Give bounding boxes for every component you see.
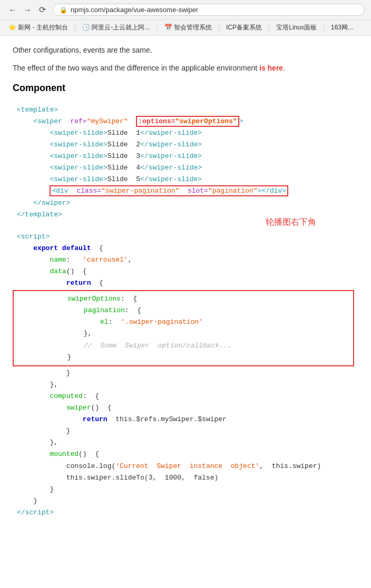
annotation-line1: 轮播图右下角 [266, 217, 316, 226]
option-line-1: swiperOptions: { [18, 293, 349, 305]
bookmark-6[interactable]: 163网... [327, 22, 357, 33]
section-title: Component [13, 83, 358, 94]
code-line-9: </swiper> [13, 197, 358, 209]
intro-text-1: Other configurations, events are the sam… [13, 44, 358, 56]
code-wrapper: <template> <swiper ref="mySwiper" :optio… [13, 100, 358, 523]
script-end: </script> [13, 507, 358, 519]
reload-button[interactable]: ⟳ [36, 4, 48, 16]
option-line-4: }, [18, 328, 349, 340]
script-line-4: data() { [13, 266, 358, 277]
code-line-6: <swiper-slide>Slide 4</swiper-slide> [13, 162, 358, 174]
back-button[interactable]: ← [6, 4, 19, 16]
script-line-swiper-fn: swiper() { [13, 402, 358, 414]
script-line-1: <script> [13, 231, 358, 243]
bookmark-5[interactable]: 宝塔Linux面板 [272, 22, 321, 33]
script-line-slideto: this.swiper.slideTo(3, 1000, false) [13, 472, 358, 484]
page-content: Other configurations, events are the sam… [0, 36, 371, 531]
option-line-2: pagination: { [18, 305, 349, 316]
code-line-7: <swiper-slide>Slide 5</swiper-slide> [13, 174, 358, 185]
code-line-4: <swiper-slide>Slide 2</swiper-slide> [13, 139, 358, 151]
url-text: npmjs.com/package/vue-awesome-swiper [71, 6, 198, 14]
code-line-8: <div class="swiper-pagination" slot="pag… [13, 185, 358, 197]
bookmark-4[interactable]: ICP备案系统 [222, 22, 266, 33]
script-line-2: export default { [13, 243, 358, 254]
intro2-after: . [283, 64, 285, 72]
script-line-console: console.log('Current Swiper instance obj… [13, 461, 358, 472]
option-line-5: // Some Swiper option/callback... [18, 340, 349, 352]
bookmarks-bar: ⭐ 新网 - 主机控制台 | 🕓 阿里云-上云就上阿... | 📅 智会管理系统… [0, 20, 371, 36]
intro-text-2: The effect of the two ways and the diffe… [13, 62, 358, 74]
script-line-computed: computed: { [13, 391, 358, 402]
browser-toolbar: ← → ⟳ 🔒 npmjs.com/package/vue-awesome-sw… [0, 0, 371, 20]
code-line-1: <template> [13, 104, 358, 116]
option-line-6: } [18, 352, 349, 363]
script-line-close2: }, [13, 379, 358, 391]
script-line-obj-close: } [13, 495, 358, 507]
script-line-mounted: mounted() { [13, 449, 358, 460]
script-line-mounted-close: } [13, 484, 358, 495]
address-bar[interactable]: 🔒 npmjs.com/package/vue-awesome-swiper [53, 4, 365, 16]
script-line-return: return this.$refs.mySwiper.$swiper [13, 414, 358, 425]
template-code-block: <template> <swiper ref="mySwiper" :optio… [13, 100, 358, 225]
nav-buttons: ← → ⟳ [6, 4, 48, 16]
code-line-3: <swiper-slide>Slide 1</swiper-slide> [13, 127, 358, 139]
code-line-2: <swiper ref="mySwiper" :options="swiperO… [13, 116, 358, 127]
script-code-block: <script> export default { name: 'carrous… [13, 227, 358, 523]
bookmark-3[interactable]: 📅 智会管理系统 [160, 22, 216, 33]
intro2-before: The effect of the two ways and the diffe… [13, 64, 259, 72]
forward-button[interactable]: → [21, 4, 34, 16]
script-line-5: return { [13, 277, 358, 289]
script-line-3: name: 'carrousel', [13, 254, 358, 266]
script-line-fn-close: } [13, 425, 358, 437]
script-line-computed-close: }, [13, 437, 358, 449]
swiper-options-box: swiperOptions: { pagination: { el: '.swi… [13, 290, 354, 366]
bookmark-1[interactable]: ⭐ 新网 - 主机控制台 [4, 22, 72, 33]
option-line-3: el: '.swiper-pagination' [18, 316, 349, 328]
script-line-close1: } [13, 367, 358, 379]
code-line-5: <swiper-slide>Slide 3</swiper-slide> [13, 151, 358, 162]
bookmark-2[interactable]: 🕓 阿里云-上云就上阿... [78, 22, 154, 33]
lock-icon: 🔒 [60, 6, 67, 14]
is-here-link[interactable]: is here [259, 64, 283, 72]
